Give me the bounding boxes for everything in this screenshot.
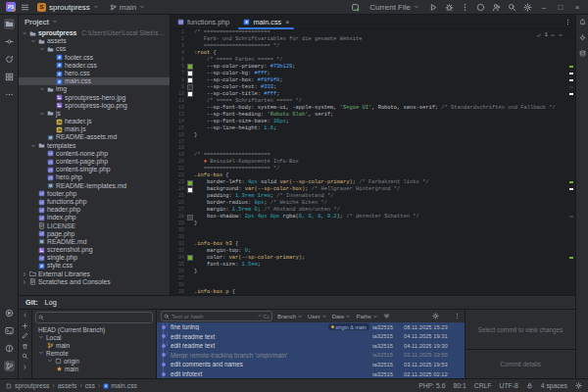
code-line-13[interactable]: 13 --sp-font-heading: 'Roboto Slab', ser… [171, 112, 575, 119]
code-line-19[interactable]: 19/* ===================== [171, 152, 575, 159]
code-line-37[interactable]: 37 [171, 275, 575, 282]
run-button[interactable] [429, 3, 438, 12]
tab-options-icon[interactable] [564, 19, 571, 25]
add-branch-icon[interactable] [22, 322, 28, 329]
code-line-6[interactable]: 6 --sp-color-primary: #73b129; [171, 64, 575, 71]
tree-item-content-none-php[interactable]: <?content-none.php [19, 150, 170, 158]
edit-icon[interactable] [22, 332, 28, 339]
code-line-7[interactable]: 7 --sp-color-bg: #fff; [171, 71, 575, 77]
commit-row-1[interactable]: fine tuningorigin & mainta3251508.11.202… [157, 322, 465, 332]
tree-item-css[interactable]: css [19, 45, 170, 53]
project-tool-icon[interactable] [4, 19, 15, 29]
more-options-icon[interactable] [454, 313, 461, 319]
code-line-32[interactable]: 32.info-box h3 { [171, 241, 575, 248]
refresh-icon[interactable] [443, 313, 450, 319]
branch-item-main[interactable]: main [32, 365, 156, 372]
code-line-25[interactable]: 25 padding: 1.3rem 1rem; /* Innenabstand… [171, 193, 575, 200]
code-line-24[interactable]: 24 background: var(--sp-color-box); /* H… [171, 186, 575, 193]
branch-item-remote[interactable]: Remote [32, 349, 156, 357]
project-widget[interactable]: S sproutpress [34, 2, 102, 13]
run-tool-icon[interactable] [4, 308, 15, 318]
tree-item-header-js[interactable]: JSheader.js [19, 118, 170, 125]
close-tab-icon[interactable]: × [285, 19, 289, 25]
breadcrumb-sproutpress[interactable]: sproutpress [15, 382, 50, 389]
tree-item-main-js[interactable]: JSmain.js [19, 125, 170, 133]
code-line-4[interactable]: 4:root { [171, 50, 575, 57]
code-with-me-icon[interactable] [476, 3, 485, 12]
tree-item-style-css[interactable]: #style.css [19, 262, 170, 270]
sort-icon[interactable] [383, 313, 390, 319]
tree-item-hero-css[interactable]: #hero.css [19, 70, 170, 77]
tree-item-screenshot-png[interactable]: screenshot.png [19, 246, 170, 254]
code-line-12[interactable]: 12 --sp-font-body: system-ui, -apple-sys… [171, 105, 575, 112]
code-line-39[interactable]: 39.info-box p { [171, 289, 575, 295]
close-button[interactable]: × [572, 3, 582, 12]
code-line-36[interactable]: 36} [171, 269, 575, 275]
log-settings-gear-icon[interactable] [432, 313, 439, 319]
code-line-10[interactable]: 10 --sp-color-title: #fff; [171, 91, 575, 98]
search-icon[interactable] [22, 353, 28, 360]
chevron-right-icon[interactable] [22, 279, 27, 285]
main-menu-icon[interactable] [21, 3, 29, 12]
commit-row-4[interactable]: Merge remote-tracking branch 'origin/mai… [157, 351, 465, 361]
match-case-toggle[interactable]: Cc [263, 314, 270, 319]
tree-item-templates[interactable]: templates [19, 142, 170, 150]
collapse-left-icon[interactable] [22, 312, 28, 318]
code-line-17[interactable]: 17 [171, 139, 575, 146]
tree-item-hero-php[interactable]: <?hero.php [19, 173, 170, 181]
code-line-3[interactable]: 3 ===================== */ [171, 43, 575, 50]
tree-item-readme-templates-md[interactable]: MREADME-templates.md [19, 182, 170, 190]
commit-row-3[interactable]: edit readme textta3251504.11.2025 19:30 [157, 341, 465, 351]
chevron-down-icon[interactable] [30, 143, 36, 149]
terminal-tool-icon[interactable] [4, 325, 15, 336]
tree-item-footer-php[interactable]: <?footer.php [19, 190, 170, 198]
chevron-down-icon[interactable] [39, 111, 45, 117]
chevron-down-icon[interactable] [30, 38, 36, 44]
chevron-down-icon[interactable] [38, 350, 44, 356]
chevron-down-icon[interactable] [39, 86, 45, 92]
history-tool-icon[interactable] [4, 54, 15, 65]
line-separator[interactable]: CRLF [474, 382, 492, 389]
chevron-down-icon[interactable] [47, 358, 53, 364]
tree-item-main-css[interactable]: #main.css [19, 77, 170, 85]
expand-right-icon[interactable] [22, 364, 28, 370]
tree-item-sproutpress-logo-png[interactable]: sproutpress-logo.png [19, 102, 170, 110]
chevron-up-icon[interactable] [550, 32, 556, 38]
lock-icon[interactable] [526, 382, 533, 389]
code-line-23[interactable]: 23 border-left: 4px solid var(--sp-color… [171, 179, 575, 186]
breadcrumb-main-css[interactable]: #main.css [103, 382, 137, 389]
regex-toggle[interactable]: .* [258, 314, 262, 319]
branch-search-field[interactable] [35, 312, 153, 323]
filter-date[interactable]: Date [332, 314, 352, 319]
commit-row-5[interactable]: edit comments and namesta3251503.11.2025… [157, 360, 465, 369]
caret-position[interactable]: 80:1 [454, 382, 466, 389]
more-actions-icon[interactable] [461, 3, 469, 12]
code-line-1[interactable]: 1/* ===================== [171, 29, 575, 36]
tree-item-scratches-and-consoles[interactable]: Scratches and Consoles [19, 278, 170, 286]
commit-row-6[interactable]: edit infotextta3251502.11.2025 02:12 [157, 369, 465, 378]
tree-item-page-php[interactable]: <?page.php [19, 230, 170, 238]
tree-item-header-css[interactable]: #header.css [19, 62, 170, 70]
minimize-button[interactable]: – [539, 3, 549, 12]
filter-branch[interactable]: Branch [277, 314, 303, 319]
run-configuration-selector[interactable]: Current File [367, 2, 422, 13]
tree-item-footer-css[interactable]: #footer.css [19, 54, 170, 62]
branch-item-local[interactable]: Local [32, 333, 156, 341]
code-line-14[interactable]: 14 --sp-font-size-base: 16px; [171, 119, 575, 125]
code-line-21[interactable]: 21 ===================== */ [171, 166, 575, 172]
code-line-34[interactable]: 34 color: var(--sp-color-primary); [171, 255, 575, 262]
breadcrumb-assets[interactable]: assets [58, 382, 77, 389]
code-line-27[interactable]: 27 margin: 1.5rem 0; /* Abstand oben/unt… [171, 207, 575, 214]
branch-widget[interactable]: main [107, 2, 148, 13]
code-line-22[interactable]: 22.info-box { [171, 172, 575, 179]
tree-item-assets[interactable]: assets [19, 37, 170, 45]
branch-item-main[interactable]: main [32, 341, 156, 349]
code-line-26[interactable]: 26 border-radius: 8px; /* Weiche Ecken *… [171, 200, 575, 207]
file-encoding[interactable]: UTF-8 [500, 382, 518, 389]
tree-item-content-page-php[interactable]: <?content-page.php [19, 158, 170, 166]
code-editor[interactable]: 1/* =====================2 Farb- und Sch… [171, 29, 575, 295]
branch-item-origin[interactable]: origin [32, 357, 156, 365]
tree-item-sproutpress-hero-jpg[interactable]: sproutpress-hero.jpg [19, 94, 170, 102]
filter-paths[interactable]: Paths [356, 314, 377, 319]
branch-item-head-current-branch-[interactable]: HEAD (Current Branch) [32, 325, 156, 333]
